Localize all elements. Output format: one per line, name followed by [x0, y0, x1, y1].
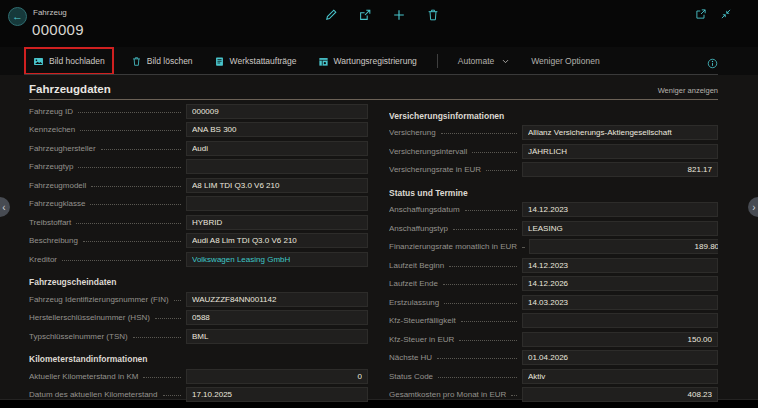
- field-value: 408.23: [528, 390, 712, 399]
- trash-small-icon: [131, 56, 142, 67]
- dotted-leader: [133, 337, 181, 338]
- field-value: BML: [192, 332, 362, 341]
- field-input-gesamtkosten-pro-monat-in-eur[interactable]: 408.23: [522, 387, 718, 402]
- field-input-fahrzeughersteller[interactable]: Audi: [186, 141, 368, 156]
- worksheet-icon: [214, 56, 225, 67]
- action-automate[interactable]: Automate: [454, 50, 514, 72]
- field-row: Nächste HU01.04.2026: [389, 349, 718, 368]
- collapse-diagonal-icon[interactable]: [720, 8, 732, 20]
- pencil-icon[interactable]: [324, 8, 338, 22]
- action-bild-löschen[interactable]: Bild löschen: [127, 50, 197, 72]
- field-label: Aktueller Kilometerstand in KM: [29, 372, 138, 381]
- field-label: Kreditor: [29, 255, 57, 264]
- field-row: TreibstoffartHYBRID: [29, 213, 368, 232]
- field-row: KreditorVolkswagen Leasing GmbH: [29, 250, 368, 269]
- field-input-laufzeit-ende[interactable]: 14.12.2026: [522, 276, 718, 291]
- field-row: Fahrzeug Identifizierungsnummer (FIN)WAU…: [29, 290, 368, 309]
- field-input-anschaffungstyp[interactable]: LEASING: [522, 221, 718, 236]
- dotted-leader: [91, 186, 181, 187]
- dotted-leader: [78, 112, 181, 113]
- field-value-link[interactable]: Volkswagen Leasing GmbH: [192, 255, 362, 264]
- share-icon[interactable]: [358, 8, 372, 22]
- field-input-status-code[interactable]: Aktiv: [522, 369, 718, 384]
- field-input-treibstoffart[interactable]: HYBRID: [186, 215, 368, 230]
- field-value: 150.00: [528, 335, 712, 344]
- dotted-leader: [444, 303, 517, 304]
- action-label: Bild hochladen: [49, 56, 105, 66]
- field-label: Kennzeichen: [29, 125, 75, 134]
- dotted-leader: [459, 340, 517, 341]
- field-value: ANA BS 300: [192, 125, 362, 134]
- field-row: VersicherungAllianz Versicherungs-Aktien…: [389, 124, 718, 143]
- field-label: Fahrzeughersteller: [29, 144, 96, 153]
- field-value: HYBRID: [192, 218, 362, 227]
- field-row: Status CodeAktiv: [389, 367, 718, 386]
- field-input-versicherungsintervall[interactable]: JÄHRLICH: [522, 144, 718, 159]
- field-label: Typschlüsselnummer (TSN): [29, 332, 128, 341]
- field-input-kreditor[interactable]: Volkswagen Leasing GmbH: [186, 252, 368, 267]
- dotted-leader: [472, 152, 517, 153]
- field-row: Fahrzeugklasse: [29, 195, 368, 214]
- field-row: Versicherungsrate in EUR821.17: [389, 161, 718, 180]
- action-werkstattaufträge[interactable]: Werkstattaufträge: [210, 50, 301, 72]
- trash-icon[interactable]: [426, 8, 440, 22]
- field-input-fahrzeugmodell[interactable]: A8 LIM TDI Q3.0 V6 210: [186, 178, 368, 193]
- field-row: FahrzeugherstellerAudi: [29, 139, 368, 158]
- field-input-nächste-hu[interactable]: 01.04.2026: [522, 350, 718, 365]
- field-row: VersicherungsintervallJÄHRLICH: [389, 142, 718, 161]
- action-label: Wartungsregistrierung: [334, 56, 417, 66]
- field-value: 14.12.2023: [528, 261, 712, 270]
- subsection-row: Status und Termine: [389, 179, 718, 201]
- dotted-leader: [90, 204, 181, 205]
- field-label: Versicherung: [389, 128, 436, 137]
- chevron-right-icon: ›: [752, 202, 755, 213]
- action-label: Werkstattaufträge: [230, 56, 297, 66]
- field-input-aktueller-kilometerstand-in-km[interactable]: 0: [186, 369, 368, 384]
- window-controls: [695, 8, 732, 20]
- field-row: Aktueller Kilometerstand in KM0: [29, 367, 368, 386]
- action-wartungsregistrierung[interactable]: Wartungsregistrierung: [314, 50, 421, 72]
- field-label: Fahrzeugklasse: [29, 199, 85, 208]
- field-label: Versicherungsrate in EUR: [389, 165, 481, 174]
- image-icon: [33, 56, 44, 67]
- field-input-kfz-steuer-in-eur[interactable]: 150.00: [522, 332, 718, 347]
- dotted-leader: [143, 377, 181, 378]
- dotted-leader: [62, 260, 181, 261]
- chevron-down-icon: [501, 57, 510, 66]
- field-label: Datum des aktuellen Kilometerstand: [29, 390, 158, 399]
- field-input-fahrzeug-id[interactable]: 000009: [186, 104, 368, 119]
- dotted-leader: [465, 210, 517, 211]
- plus-icon[interactable]: [392, 8, 406, 22]
- business-central-window: ← Fahrzeug 000009 Bild hochladenBild lös…: [0, 0, 758, 408]
- show-less-link[interactable]: Weniger anzeigen: [658, 86, 718, 95]
- dotted-leader: [453, 229, 517, 230]
- field-input-fahrzeug-identifizierungsnummer-fin-[interactable]: WAUZZZF84NN001142: [186, 292, 368, 307]
- field-input-finanzierungsrate-monatlich-in-eur[interactable]: 189.80: [529, 239, 718, 254]
- field-input-laufzeit-beginn[interactable]: 14.12.2023: [522, 258, 718, 273]
- field-input-versicherung[interactable]: Allianz Versicherungs-Aktiengesellschaft: [522, 125, 718, 140]
- popout-icon[interactable]: [695, 8, 707, 20]
- section-title[interactable]: Fahrzeugdaten: [29, 83, 111, 95]
- subsection-title: Status und Termine: [389, 188, 468, 198]
- section-header: Fahrzeugdaten Weniger anzeigen: [29, 75, 718, 100]
- field-input-fahrzeugklasse[interactable]: [186, 196, 368, 211]
- field-input-datum-des-aktuellen-kilometerstand[interactable]: 17.10.2025: [186, 387, 368, 402]
- field-value: A8 LIM TDI Q3.0 V6 210: [192, 181, 362, 190]
- field-input-anschaffungsdatum[interactable]: 14.12.2023: [522, 202, 718, 217]
- field-input-erstzulassung[interactable]: 14.03.2023: [522, 295, 718, 310]
- dotted-leader: [511, 395, 517, 396]
- field-input-kennzeichen[interactable]: ANA BS 300: [186, 122, 368, 137]
- field-input-typschlüsselnummer-tsn-[interactable]: BML: [186, 329, 368, 344]
- field-input-herstellerschlüsselnummer-hsn-[interactable]: 0588: [186, 310, 368, 325]
- action-weniger-optionen[interactable]: Weniger Optionen: [527, 50, 603, 72]
- field-label: Fahrzeugmodell: [29, 181, 86, 190]
- field-input-versicherungsrate-in-eur[interactable]: 821.17: [522, 162, 718, 177]
- dotted-leader: [438, 377, 517, 378]
- dotted-leader: [83, 241, 181, 242]
- info-icon[interactable]: [707, 55, 718, 66]
- field-input-fahrzeugtyp[interactable]: [186, 159, 368, 174]
- back-button[interactable]: ←: [8, 7, 27, 26]
- action-bild-hochladen[interactable]: Bild hochladen: [24, 47, 114, 75]
- field-input-kfz-steuerfälligkeit[interactable]: [522, 313, 718, 328]
- field-input-beschreibung[interactable]: Audi A8 Lim TDI Q3.0 V6 210: [186, 233, 368, 248]
